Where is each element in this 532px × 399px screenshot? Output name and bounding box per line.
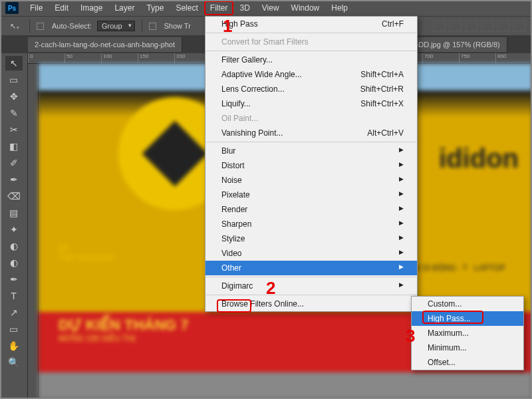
crop-tool[interactable]: ✂: [5, 122, 23, 137]
heal-tool[interactable]: ✐: [5, 156, 23, 170]
other-minimum[interactable]: Minimum...: [412, 340, 523, 355]
align-icons-group: [434, 20, 525, 32]
marquee-tool[interactable]: ▭: [5, 72, 23, 87]
photoshop-logo-icon: Ps: [5, 2, 19, 14]
align-icon[interactable]: [434, 20, 446, 32]
vertical-ruler: [28, 64, 39, 399]
submenu-arrow-icon: ▶: [399, 263, 404, 273]
stamp-tool[interactable]: ⌫: [5, 189, 23, 203]
hand-tool[interactable]: ✋: [5, 338, 23, 353]
eyedropper-tool[interactable]: ◧: [5, 139, 23, 154]
align-icon[interactable]: [450, 20, 462, 32]
toolbox: ↖ ▭ ✥ ✎ ✂ ◧ ✐ ✒ ⌫ ▤ ✦ ◐ ◐ ✒ T ↗ ▭ ✋ 🔍: [0, 53, 28, 399]
align-icon[interactable]: [513, 20, 525, 32]
auto-select-checkbox[interactable]: [37, 23, 44, 30]
filter-other[interactable]: Other▶: [205, 261, 417, 275]
other-high-pass[interactable]: High Pass...: [412, 311, 523, 326]
menu-layer[interactable]: Layer: [108, 1, 140, 15]
filter-render[interactable]: Render▶: [205, 202, 417, 217]
menu-filter[interactable]: Filter: [204, 1, 234, 15]
other-offset[interactable]: Offset...: [412, 355, 523, 370]
filter-liquify[interactable]: Liquify...Shift+Ctrl+X: [205, 96, 417, 111]
canvas-addr: 80Trần Hưng Đạo: [59, 243, 114, 262]
zoom-tool[interactable]: 🔍: [5, 355, 23, 370]
align-icon[interactable]: [481, 20, 493, 32]
annotation-1: 1: [223, 16, 232, 37]
align-icon[interactable]: [497, 20, 509, 32]
annotation-3: 3: [406, 326, 415, 346]
auto-select-label: Auto-Select:: [52, 22, 92, 30]
filter-digimarc[interactable]: Digimarc▶: [205, 279, 417, 293]
filter-gallery[interactable]: Filter Gallery...: [205, 53, 417, 67]
filter-noise[interactable]: Noise▶: [205, 173, 417, 188]
menu-type[interactable]: Type: [140, 1, 170, 15]
submenu-arrow-icon: ▶: [399, 146, 404, 156]
canvas-banner: DỰ KIẾN THÁNG 7MỪNG 150 SIÊU THỊ: [59, 317, 189, 343]
filter-distort[interactable]: Distort▶: [205, 158, 417, 173]
lasso-tool[interactable]: ✥: [5, 89, 23, 104]
menu-view[interactable]: View: [256, 1, 285, 15]
show-transform-label: Show Tr: [164, 22, 191, 30]
submenu-arrow-icon: ▶: [399, 205, 404, 214]
wand-tool[interactable]: ✎: [5, 106, 23, 120]
filter-lens-correction[interactable]: Lens Correction...Shift+Ctrl+R: [205, 82, 417, 96]
pen-tool[interactable]: ✒: [5, 272, 23, 287]
filter-menu: High PassCtrl+F Convert for Smart Filter…: [205, 16, 418, 312]
filter-sharpen[interactable]: Sharpen▶: [205, 217, 417, 231]
submenu-arrow-icon: ▶: [399, 176, 404, 185]
submenu-arrow-icon: ▶: [399, 234, 404, 243]
filter-oil-paint: Oil Paint...: [205, 111, 417, 126]
submenu-arrow-icon: ▶: [399, 161, 404, 170]
filter-convert-smart: Convert for Smart Filters: [205, 35, 417, 49]
history-brush-tool[interactable]: ▤: [5, 205, 23, 220]
filter-last-used[interactable]: High PassCtrl+F: [205, 17, 417, 31]
type-tool[interactable]: T: [5, 289, 23, 303]
filter-blur[interactable]: Blur▶: [205, 144, 417, 158]
menu-edit[interactable]: Edit: [49, 1, 74, 15]
menu-image[interactable]: Image: [74, 1, 108, 15]
dodge-tool[interactable]: ◐: [5, 255, 23, 270]
brush-tool[interactable]: ✒: [5, 172, 23, 187]
eraser-tool[interactable]: ✦: [5, 222, 23, 237]
move-tool-icon: ↖₊: [7, 19, 23, 33]
submenu-arrow-icon: ▶: [399, 249, 404, 258]
other-maximum[interactable]: Maximum...: [412, 326, 523, 340]
menu-help[interactable]: Help: [325, 1, 354, 15]
menu-file[interactable]: File: [24, 1, 49, 15]
auto-select-dropdown[interactable]: Group: [97, 21, 135, 31]
filter-pixelate[interactable]: Pixelate▶: [205, 188, 417, 202]
menu-select[interactable]: Select: [170, 1, 203, 15]
menubar: Ps File Edit Image Layer Type Select Fil…: [0, 0, 532, 16]
filter-other-submenu: Custom... High Pass... Maximum... Minimu…: [411, 296, 524, 370]
filter-vanishing-point[interactable]: Vanishing Point...Alt+Ctrl+V: [205, 126, 417, 140]
canvas-brand-text: ididon: [439, 144, 519, 174]
submenu-arrow-icon: ▶: [399, 219, 404, 229]
menu-3d[interactable]: 3D: [233, 1, 255, 15]
annotation-2: 2: [266, 278, 275, 299]
gradient-tool[interactable]: ◐: [5, 239, 23, 253]
menu-window[interactable]: Window: [285, 1, 326, 15]
submenu-arrow-icon: ▶: [399, 190, 404, 200]
filter-stylize[interactable]: Stylize▶: [205, 231, 417, 246]
move-tool[interactable]: ↖: [5, 56, 23, 70]
submenu-arrow-icon: ▶: [399, 281, 404, 291]
other-custom[interactable]: Custom...: [412, 297, 523, 311]
document-tab[interactable]: 2-cach-lam-tang-do-net-cua-anh-bang-phot: [28, 37, 182, 52]
align-icon[interactable]: [466, 20, 477, 32]
show-transform-checkbox[interactable]: [149, 23, 156, 30]
filter-browse-online[interactable]: Browse Filters Online...: [205, 297, 417, 311]
path-tool[interactable]: ↗: [5, 305, 23, 320]
filter-adaptive-wide-angle[interactable]: Adaptive Wide Angle...Shift+Ctrl+A: [205, 67, 417, 82]
shape-tool[interactable]: ▭: [5, 322, 23, 336]
filter-video[interactable]: Video▶: [205, 246, 417, 261]
